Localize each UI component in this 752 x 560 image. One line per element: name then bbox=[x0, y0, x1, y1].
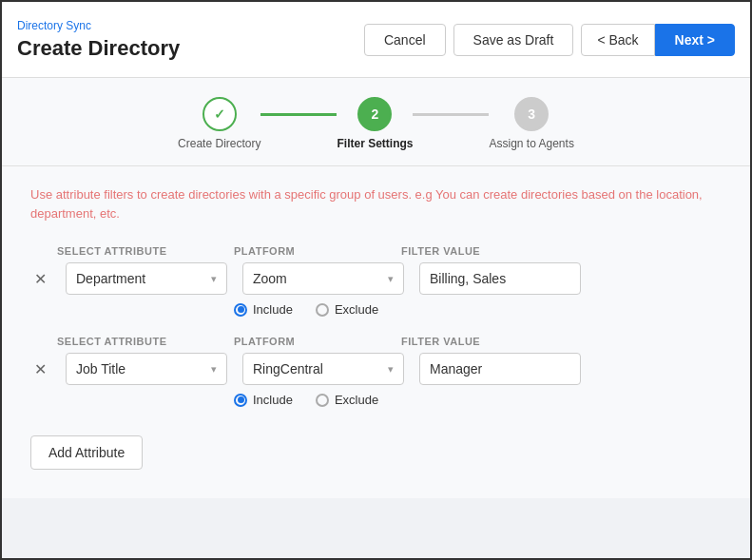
connector-2 bbox=[413, 113, 489, 116]
exclude-label-1: Exclude bbox=[335, 302, 378, 317]
include-label-1: Include bbox=[253, 302, 293, 317]
platform-1-dropdown[interactable]: Zoom ▾ bbox=[242, 262, 404, 295]
header-left: Directory Sync Create Directory bbox=[17, 19, 180, 61]
step-1-circle: ✓ bbox=[202, 97, 237, 131]
header: Directory Sync Create Directory Cancel S… bbox=[2, 2, 750, 78]
exclude-label-2: Exclude bbox=[335, 393, 378, 407]
stepper: ✓ Create Directory 2 Filter Settings 3 A… bbox=[178, 97, 574, 150]
chevron-down-icon-2: ▾ bbox=[388, 273, 394, 285]
step-3-circle: 3 bbox=[514, 97, 549, 131]
select-attribute-label-2: SELECT ATTRIBUTE bbox=[57, 336, 219, 347]
platform-2-dropdown[interactable]: RingCentral ▾ bbox=[242, 353, 404, 385]
remove-attribute-2-button[interactable]: ✕ bbox=[30, 360, 50, 378]
exclude-radio-dot-2 bbox=[316, 394, 329, 407]
add-attribute-button[interactable]: Add Attribute bbox=[30, 435, 143, 470]
include-radio-dot-1 bbox=[234, 303, 247, 317]
include-radio-2[interactable]: Include bbox=[234, 393, 293, 407]
header-actions: Cancel Save as Draft < Back Next > bbox=[364, 24, 735, 56]
select-attribute-2-value: Job Title bbox=[76, 361, 125, 377]
filter-value-label-1: FILTER VALUE bbox=[401, 245, 563, 257]
filter-value-label-2: FILTER VALUE bbox=[401, 336, 563, 347]
attr-labels-2: SELECT ATTRIBUTE PLATFORM FILTER VALUE bbox=[30, 336, 722, 347]
step-2-label: Filter Settings bbox=[337, 137, 413, 150]
attribute-row-1: SELECT ATTRIBUTE PLATFORM FILTER VALUE ✕… bbox=[30, 245, 722, 317]
step-1: ✓ Create Directory bbox=[178, 97, 260, 150]
select-attribute-1-dropdown[interactable]: Department ▾ bbox=[66, 262, 227, 295]
platform-2-value: RingCentral bbox=[253, 361, 323, 377]
filter-value-1-input[interactable] bbox=[419, 262, 581, 295]
chevron-down-icon-1: ▾ bbox=[211, 273, 217, 285]
info-text: Use attribute filters to create director… bbox=[30, 185, 722, 222]
include-radio-1[interactable]: Include bbox=[234, 302, 293, 317]
stepper-section: ✓ Create Directory 2 Filter Settings 3 A… bbox=[2, 78, 750, 166]
remove-attribute-1-button[interactable]: ✕ bbox=[30, 270, 50, 288]
chevron-down-icon-4: ▾ bbox=[388, 363, 394, 376]
back-next-group: < Back Next > bbox=[581, 24, 735, 56]
step-3-label: Assign to Agents bbox=[489, 137, 573, 150]
chevron-down-icon-3: ▾ bbox=[211, 363, 217, 376]
attribute-row-2: SELECT ATTRIBUTE PLATFORM FILTER VALUE ✕… bbox=[30, 336, 722, 407]
radio-row-1: Include Exclude bbox=[207, 302, 722, 317]
platform-1-value: Zoom bbox=[253, 271, 287, 286]
exclude-radio-dot-1 bbox=[316, 303, 329, 317]
platform-label-2: PLATFORM bbox=[234, 336, 386, 347]
include-radio-dot-2 bbox=[234, 394, 247, 407]
step-1-label: Create Directory bbox=[178, 137, 260, 150]
step-2-circle: 2 bbox=[357, 97, 392, 131]
step-3: 3 Assign to Agents bbox=[489, 97, 573, 150]
attribute-fields-1: ✕ Department ▾ Zoom ▾ bbox=[30, 262, 722, 295]
cancel-button[interactable]: Cancel bbox=[364, 24, 446, 56]
page-title: Create Directory bbox=[17, 36, 180, 61]
select-attribute-2-dropdown[interactable]: Job Title ▾ bbox=[66, 353, 227, 385]
attr-labels-1: SELECT ATTRIBUTE PLATFORM FILTER VALUE bbox=[30, 245, 722, 257]
back-button[interactable]: < Back bbox=[581, 24, 654, 56]
next-button[interactable]: Next > bbox=[655, 24, 735, 56]
save-draft-button[interactable]: Save as Draft bbox=[453, 24, 574, 56]
include-label-2: Include bbox=[253, 393, 293, 407]
connector-1 bbox=[260, 113, 337, 116]
select-attribute-label-1: SELECT ATTRIBUTE bbox=[57, 245, 219, 257]
select-attribute-1-value: Department bbox=[76, 271, 145, 286]
attribute-fields-2: ✕ Job Title ▾ RingCentral ▾ bbox=[30, 353, 722, 385]
exclude-radio-2[interactable]: Exclude bbox=[316, 393, 378, 407]
platform-label-1: PLATFORM bbox=[234, 245, 386, 257]
exclude-radio-1[interactable]: Exclude bbox=[316, 302, 378, 317]
filter-value-2-input[interactable] bbox=[419, 353, 581, 385]
filter-settings-content: Use attribute filters to create director… bbox=[2, 166, 750, 498]
breadcrumb[interactable]: Directory Sync bbox=[17, 19, 180, 32]
step-2: 2 Filter Settings bbox=[337, 97, 413, 150]
radio-row-2: Include Exclude bbox=[207, 393, 722, 407]
